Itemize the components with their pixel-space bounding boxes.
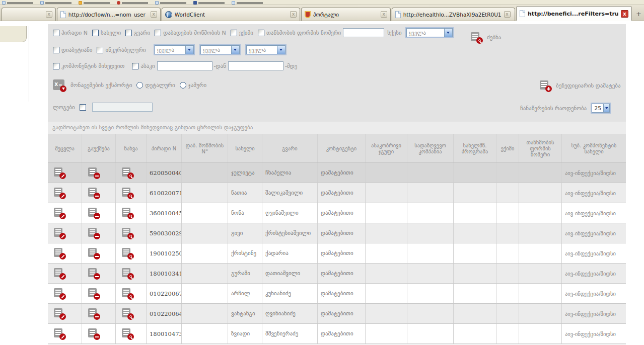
view-button[interactable] — [115, 203, 146, 223]
close-icon[interactable]: x — [290, 11, 297, 18]
cell-first-name: ნონა — [228, 203, 262, 223]
column-header[interactable]: ექიმი — [496, 134, 519, 162]
column-header[interactable]: ასაკობრივი ჯგუფი — [365, 134, 407, 162]
column-header[interactable]: სადაზღვევო კომპანია — [407, 134, 453, 162]
checkbox-consent-form-number[interactable] — [258, 30, 264, 36]
column-header[interactable]: კონტიგენტი — [317, 134, 365, 162]
cancel-button[interactable] — [82, 264, 115, 283]
close-icon[interactable]: x — [381, 11, 387, 18]
filter-select-1[interactable]: ყველა — [155, 45, 194, 54]
edit-button[interactable] — [48, 243, 82, 263]
filter-select-2[interactable]: ყველა — [200, 45, 240, 54]
edit-button[interactable] — [48, 163, 82, 183]
view-button[interactable] — [115, 264, 146, 283]
view-button[interactable] — [115, 304, 146, 323]
cell-doctor — [496, 264, 519, 283]
cell-age-group — [365, 264, 407, 283]
search-button[interactable]: ძებნა — [470, 32, 501, 43]
cancel-button[interactable] — [82, 284, 115, 303]
checkbox-logs[interactable] — [80, 104, 86, 111]
column-header[interactable]: გაუქმება — [82, 134, 115, 162]
cancel-button[interactable] — [82, 304, 115, 323]
checkbox-first-name[interactable] — [92, 30, 99, 36]
export-label: მონაცემების ექსპორტი — [70, 82, 132, 89]
browser-tab-docflow[interactable]: http://docflow/n...=nom_user_sess_ x — [57, 8, 161, 21]
radio-detailed[interactable] — [136, 82, 143, 89]
column-header[interactable]: სახელმწ. პროგრამა — [453, 134, 496, 162]
sex-label: სქესი — [387, 30, 401, 36]
bookmark-item[interactable] — [155, 1, 186, 5]
logs-input[interactable] — [92, 103, 153, 112]
edit-button[interactable] — [48, 284, 82, 303]
cell-consent-form-n — [519, 203, 561, 223]
close-icon[interactable]: x — [621, 10, 628, 18]
checkbox-diabetic[interactable] — [53, 47, 59, 53]
cell-state-program — [453, 183, 496, 203]
column-header[interactable]: დაბ. მოწმობის N" — [181, 134, 228, 162]
cancel-button[interactable] — [82, 163, 115, 183]
cancel-button[interactable] — [82, 324, 115, 343]
browser-tab-worldclient[interactable]: WorldClient x — [162, 8, 300, 21]
excel-export-icon[interactable]: X= — [53, 79, 65, 91]
bookmark-item[interactable] — [40, 1, 71, 5]
table-row: 18001047369ზვიადიმშვენიერაძედამატებითიაი… — [48, 324, 626, 344]
new-tab-button[interactable]: + — [634, 9, 643, 19]
checkbox-age[interactable] — [132, 63, 138, 69]
cell-consent-form-n — [519, 163, 561, 183]
view-button[interactable] — [115, 223, 146, 243]
add-icon — [539, 80, 551, 91]
column-header[interactable]: შეცვლა — [48, 134, 82, 162]
records-count-select[interactable]: 25 — [592, 104, 610, 113]
column-header[interactable]: პირადი N — [146, 134, 181, 162]
view-button[interactable] — [115, 163, 146, 183]
bookmark-item[interactable] — [2, 1, 33, 5]
cancel-button[interactable] — [82, 223, 115, 243]
checkbox-incurable[interactable] — [97, 47, 103, 53]
bookmark-item[interactable] — [79, 1, 110, 5]
bookmark-item[interactable] — [117, 1, 148, 5]
add-beneficiary-button[interactable]: ბენეფიციარის დამატება — [539, 80, 621, 91]
edit-button[interactable] — [48, 304, 82, 323]
column-header[interactable]: გვარი — [262, 134, 317, 162]
cell-first-name: გურამი — [228, 264, 262, 283]
close-icon[interactable]: x — [504, 11, 511, 18]
bookmark-item[interactable] — [232, 1, 263, 5]
column-header[interactable]: ნახვა — [115, 134, 146, 162]
view-button[interactable] — [115, 324, 146, 343]
edit-icon — [53, 248, 65, 258]
cancel-button[interactable] — [82, 183, 115, 203]
radio-summary[interactable] — [180, 82, 186, 89]
edit-button[interactable] — [48, 324, 82, 343]
sex-select[interactable]: ყველა — [406, 28, 453, 37]
bookmark-item[interactable] — [193, 1, 225, 5]
checkbox-by-component[interactable] — [53, 63, 59, 69]
bookmarks-bar — [0, 0, 644, 5]
edit-button[interactable] — [48, 183, 82, 203]
browser-tab-beneficiaries-active[interactable]: http://benefici...reFilters=true x — [516, 6, 632, 21]
age-from-input[interactable] — [157, 61, 212, 70]
edit-button[interactable] — [48, 223, 82, 243]
view-button[interactable] — [115, 243, 146, 263]
filter-select-3[interactable]: ყველა — [246, 45, 285, 54]
checkbox-birth-cert-n[interactable] — [155, 30, 161, 36]
close-icon[interactable]: x — [46, 11, 52, 18]
consent-form-number-input[interactable] — [343, 28, 384, 37]
edit-button[interactable] — [48, 264, 82, 283]
view-button[interactable] — [115, 183, 146, 203]
column-header[interactable]: თანხმობის ფორმის ნომერი — [519, 134, 561, 162]
browser-tab-1[interactable]: x — [2, 8, 56, 21]
browser-tab-ehealth[interactable]: http://ehealthlo...ZVBhaXI9a2EtR0U1 x — [392, 8, 515, 21]
column-header[interactable]: სახელი — [228, 134, 262, 162]
checkbox-doctor[interactable] — [231, 30, 237, 36]
checkbox-last-name[interactable] — [125, 30, 132, 36]
checkbox-personal-n[interactable] — [53, 30, 59, 36]
browser-tab-portal[interactable]: პორტალი x — [301, 8, 391, 21]
close-icon[interactable]: x — [151, 11, 157, 18]
column-header[interactable]: სუბ. კომპონენტის სახელი — [561, 134, 626, 162]
view-button[interactable] — [115, 284, 146, 303]
cancel-button[interactable] — [82, 203, 115, 223]
left-gutter-box — [0, 26, 27, 42]
edit-button[interactable] — [48, 203, 82, 223]
age-to-input[interactable] — [228, 61, 283, 70]
cancel-button[interactable] — [82, 243, 115, 263]
